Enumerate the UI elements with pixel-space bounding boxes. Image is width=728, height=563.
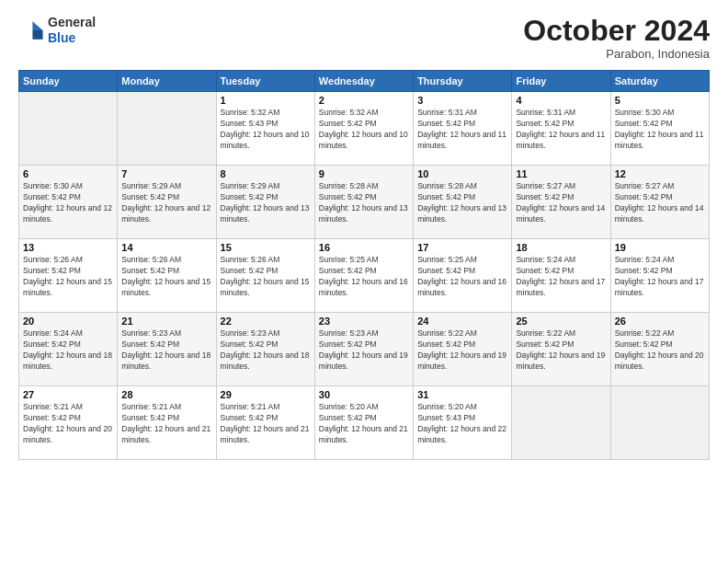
day-number: 5	[615, 95, 705, 106]
day-info: Sunrise: 5:20 AM Sunset: 5:42 PM Dayligh…	[319, 402, 409, 446]
day-info: Sunrise: 5:31 AM Sunset: 5:42 PM Dayligh…	[516, 108, 606, 152]
calendar-cell: 1Sunrise: 5:32 AM Sunset: 5:43 PM Daylig…	[216, 92, 314, 166]
day-number: 22	[221, 316, 311, 327]
calendar-cell: 22Sunrise: 5:23 AM Sunset: 5:42 PM Dayli…	[216, 313, 314, 386]
calendar-cell	[512, 386, 610, 460]
day-info: Sunrise: 5:23 AM Sunset: 5:42 PM Dayligh…	[221, 328, 311, 373]
calendar-cell: 4Sunrise: 5:31 AM Sunset: 5:42 PM Daylig…	[512, 92, 610, 166]
day-info: Sunrise: 5:24 AM Sunset: 5:42 PM Dayligh…	[615, 255, 705, 299]
calendar-cell: 13Sunrise: 5:26 AM Sunset: 5:42 PM Dayli…	[19, 239, 118, 313]
svg-marker-0	[32, 21, 42, 30]
calendar-cell: 20Sunrise: 5:24 AM Sunset: 5:42 PM Dayli…	[19, 313, 118, 386]
day-info: Sunrise: 5:21 AM Sunset: 5:42 PM Dayligh…	[23, 402, 113, 446]
day-info: Sunrise: 5:32 AM Sunset: 5:43 PM Dayligh…	[221, 108, 311, 152]
day-info: Sunrise: 5:23 AM Sunset: 5:42 PM Dayligh…	[121, 328, 211, 373]
day-info: Sunrise: 5:22 AM Sunset: 5:42 PM Dayligh…	[615, 328, 705, 373]
calendar-cell: 17Sunrise: 5:25 AM Sunset: 5:42 PM Dayli…	[414, 239, 512, 313]
day-number: 26	[615, 316, 705, 327]
calendar-cell	[118, 92, 216, 166]
weekday-header: Tuesday	[216, 71, 314, 92]
calendar-cell: 28Sunrise: 5:21 AM Sunset: 5:42 PM Dayli…	[118, 386, 216, 460]
title-block: October 2024 Parabon, Indonesia	[523, 15, 710, 61]
day-number: 29	[221, 389, 311, 400]
day-number: 13	[23, 242, 113, 253]
day-info: Sunrise: 5:22 AM Sunset: 5:42 PM Dayligh…	[516, 328, 606, 373]
calendar-cell: 3Sunrise: 5:31 AM Sunset: 5:42 PM Daylig…	[414, 92, 512, 166]
location-subtitle: Parabon, Indonesia	[523, 47, 710, 61]
day-info: Sunrise: 5:28 AM Sunset: 5:42 PM Dayligh…	[417, 181, 507, 225]
day-info: Sunrise: 5:20 AM Sunset: 5:43 PM Dayligh…	[417, 402, 507, 446]
day-number: 7	[121, 168, 211, 179]
day-info: Sunrise: 5:28 AM Sunset: 5:42 PM Dayligh…	[319, 181, 409, 225]
calendar-cell: 10Sunrise: 5:28 AM Sunset: 5:42 PM Dayli…	[414, 166, 512, 239]
day-number: 3	[417, 95, 507, 106]
weekday-header: Wednesday	[314, 71, 413, 92]
day-info: Sunrise: 5:27 AM Sunset: 5:42 PM Dayligh…	[615, 181, 705, 225]
weekday-header: Thursday	[414, 71, 512, 92]
weekday-header: Sunday	[19, 71, 118, 92]
calendar-cell: 29Sunrise: 5:21 AM Sunset: 5:42 PM Dayli…	[216, 386, 314, 460]
day-number: 24	[417, 316, 507, 327]
logo-icon	[18, 17, 44, 43]
day-number: 2	[319, 95, 409, 106]
day-info: Sunrise: 5:25 AM Sunset: 5:42 PM Dayligh…	[417, 255, 507, 299]
day-number: 18	[516, 242, 606, 253]
day-info: Sunrise: 5:24 AM Sunset: 5:42 PM Dayligh…	[23, 328, 113, 373]
calendar-cell: 19Sunrise: 5:24 AM Sunset: 5:42 PM Dayli…	[610, 239, 709, 313]
day-number: 9	[319, 168, 409, 179]
page: General Blue October 2024 Parabon, Indon…	[0, 0, 728, 563]
day-info: Sunrise: 5:32 AM Sunset: 5:42 PM Dayligh…	[319, 108, 409, 152]
calendar-cell: 5Sunrise: 5:30 AM Sunset: 5:42 PM Daylig…	[610, 92, 709, 166]
day-number: 30	[319, 389, 409, 400]
day-info: Sunrise: 5:30 AM Sunset: 5:42 PM Dayligh…	[615, 108, 705, 152]
day-info: Sunrise: 5:31 AM Sunset: 5:42 PM Dayligh…	[417, 108, 507, 152]
calendar-cell	[610, 386, 709, 460]
day-info: Sunrise: 5:24 AM Sunset: 5:42 PM Dayligh…	[516, 255, 606, 299]
day-number: 16	[319, 242, 409, 253]
day-number: 25	[516, 316, 606, 327]
calendar-cell	[19, 92, 118, 166]
day-number: 19	[615, 242, 705, 253]
calendar-cell: 26Sunrise: 5:22 AM Sunset: 5:42 PM Dayli…	[610, 313, 709, 386]
calendar-cell: 11Sunrise: 5:27 AM Sunset: 5:42 PM Dayli…	[512, 166, 610, 239]
logo: General Blue	[18, 15, 96, 46]
svg-marker-1	[32, 30, 42, 40]
calendar-table: SundayMondayTuesdayWednesdayThursdayFrid…	[18, 70, 710, 460]
day-number: 6	[23, 168, 113, 179]
calendar-cell: 21Sunrise: 5:23 AM Sunset: 5:42 PM Dayli…	[118, 313, 216, 386]
calendar-cell: 18Sunrise: 5:24 AM Sunset: 5:42 PM Dayli…	[512, 239, 610, 313]
logo-text: General Blue	[48, 15, 96, 46]
calendar-cell: 9Sunrise: 5:28 AM Sunset: 5:42 PM Daylig…	[314, 166, 413, 239]
calendar-cell: 12Sunrise: 5:27 AM Sunset: 5:42 PM Dayli…	[610, 166, 709, 239]
calendar-cell: 14Sunrise: 5:26 AM Sunset: 5:42 PM Dayli…	[118, 239, 216, 313]
calendar-cell: 6Sunrise: 5:30 AM Sunset: 5:42 PM Daylig…	[19, 166, 118, 239]
day-number: 31	[417, 389, 507, 400]
day-info: Sunrise: 5:26 AM Sunset: 5:42 PM Dayligh…	[121, 255, 211, 299]
calendar-cell: 25Sunrise: 5:22 AM Sunset: 5:42 PM Dayli…	[512, 313, 610, 386]
day-number: 8	[221, 168, 311, 179]
day-number: 12	[615, 168, 705, 179]
day-info: Sunrise: 5:21 AM Sunset: 5:42 PM Dayligh…	[121, 402, 211, 446]
day-number: 23	[319, 316, 409, 327]
calendar-cell: 23Sunrise: 5:23 AM Sunset: 5:42 PM Dayli…	[314, 313, 413, 386]
header: General Blue October 2024 Parabon, Indon…	[18, 15, 710, 61]
day-number: 27	[23, 389, 113, 400]
day-number: 1	[221, 95, 311, 106]
day-info: Sunrise: 5:26 AM Sunset: 5:42 PM Dayligh…	[23, 255, 113, 299]
calendar-cell: 8Sunrise: 5:29 AM Sunset: 5:42 PM Daylig…	[216, 166, 314, 239]
day-number: 21	[121, 316, 211, 327]
day-info: Sunrise: 5:27 AM Sunset: 5:42 PM Dayligh…	[516, 181, 606, 225]
day-info: Sunrise: 5:25 AM Sunset: 5:42 PM Dayligh…	[319, 255, 409, 299]
day-info: Sunrise: 5:26 AM Sunset: 5:42 PM Dayligh…	[221, 255, 311, 299]
calendar-cell: 7Sunrise: 5:29 AM Sunset: 5:42 PM Daylig…	[118, 166, 216, 239]
day-info: Sunrise: 5:23 AM Sunset: 5:42 PM Dayligh…	[319, 328, 409, 373]
day-info: Sunrise: 5:22 AM Sunset: 5:42 PM Dayligh…	[417, 328, 507, 373]
weekday-header: Monday	[118, 71, 216, 92]
weekday-header: Saturday	[610, 71, 709, 92]
month-title: October 2024	[523, 15, 710, 47]
calendar-cell: 2Sunrise: 5:32 AM Sunset: 5:42 PM Daylig…	[314, 92, 413, 166]
calendar-cell: 31Sunrise: 5:20 AM Sunset: 5:43 PM Dayli…	[414, 386, 512, 460]
day-info: Sunrise: 5:29 AM Sunset: 5:42 PM Dayligh…	[221, 181, 311, 225]
weekday-header: Friday	[512, 71, 610, 92]
calendar-cell: 15Sunrise: 5:26 AM Sunset: 5:42 PM Dayli…	[216, 239, 314, 313]
